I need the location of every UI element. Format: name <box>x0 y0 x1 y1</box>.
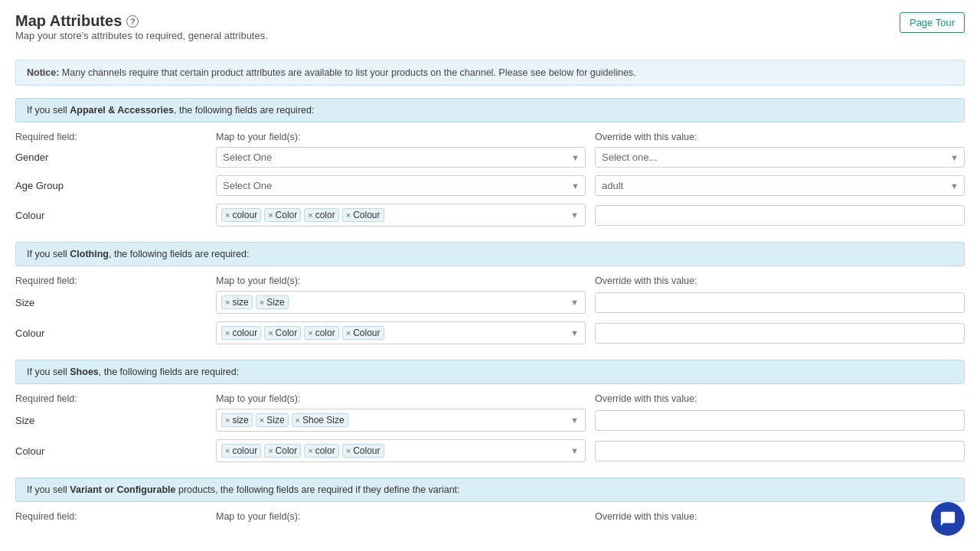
tag-size-s2: × Size <box>256 413 289 427</box>
col-override-shoes: Override with this value: <box>595 393 965 404</box>
tag-colour-c2: × Color <box>264 326 301 340</box>
tag-colour-c1: × colour <box>221 326 261 340</box>
colour-clothing-map-multiselect[interactable]: × colour × Color × color × Colour ▼ <box>216 321 586 344</box>
tag-x-size-2[interactable]: × <box>260 298 264 307</box>
age-group-map-select-wrapper: Select One ▼ <box>216 175 586 196</box>
colour-shoes-map-arrow: ▼ <box>570 446 579 455</box>
row-size-shoes: Size × size × Size × Shoe Size ▼ <box>15 409 965 432</box>
tag-x-colour-c3[interactable]: × <box>308 329 312 337</box>
section-shoes: If you sell Shoes, the following fields … <box>15 360 965 462</box>
page-subtitle: Map your store's attributes to required,… <box>15 30 268 41</box>
tag-x-colour-2[interactable]: × <box>268 211 273 220</box>
section-bold-clothing: Clothing <box>70 249 109 259</box>
tag-size-s1: × size <box>221 413 253 427</box>
title-text: Map Attributes <box>15 12 122 30</box>
size-shoes-map-arrow: ▼ <box>570 416 579 425</box>
field-label-size-clothing: Size <box>15 297 207 308</box>
colour-shoes-map-multiselect[interactable]: × colour × Color × color × Colour ▼ <box>216 439 586 462</box>
colour-shoes-override-input[interactable] <box>595 441 965 461</box>
row-colour-clothing: Colour × colour × Color × color × Colour… <box>15 321 965 344</box>
tag-x-colour-1[interactable]: × <box>225 211 230 220</box>
column-headers-shoes: Required field: Map to your field(s): Ov… <box>15 393 965 404</box>
age-group-override-wrapper: adult ▼ <box>595 175 965 196</box>
field-label-colour-apparel: Colour <box>15 210 207 221</box>
tag-x-colour-3[interactable]: × <box>308 211 312 220</box>
tag-x-colour-sh4[interactable]: × <box>346 447 351 455</box>
column-headers-clothing: Required field: Map to your field(s): Ov… <box>15 276 965 286</box>
chat-icon <box>939 510 956 527</box>
tag-x-colour-sh3[interactable]: × <box>308 447 312 455</box>
tag-colour-4: × Colour <box>342 208 384 222</box>
colour-apparel-map-multiselect[interactable]: × colour × Color × color × Colour ▼ <box>216 204 586 227</box>
col-required-clothing: Required field: <box>15 276 207 286</box>
page-title: Map Attributes ? <box>15 12 268 30</box>
size-clothing-override-input[interactable] <box>595 292 965 313</box>
col-map-apparel: Map to your field(s): <box>216 132 586 142</box>
tag-x-colour-c4[interactable]: × <box>346 329 351 337</box>
tag-x-size-s2[interactable]: × <box>260 416 264 425</box>
tag-colour-sh4: × Colour <box>342 444 384 458</box>
field-label-age-group: Age Group <box>15 180 207 191</box>
tag-colour-c4: × Colour <box>342 326 384 340</box>
section-variant: If you sell Variant or Configurable prod… <box>15 478 965 522</box>
tag-colour-1: × colour <box>221 208 261 222</box>
tag-x-colour-c1[interactable]: × <box>225 329 230 337</box>
row-colour-shoes: Colour × colour × Color × color × Colour… <box>15 439 965 462</box>
tag-x-shoe-size[interactable]: × <box>296 416 300 425</box>
notice-box: Notice: Many channels require that certa… <box>15 60 965 86</box>
age-group-override-select[interactable]: adult <box>595 175 965 196</box>
gender-override-select[interactable]: Select one... <box>595 147 965 168</box>
size-shoes-map-multiselect[interactable]: × size × Size × Shoe Size ▼ <box>216 409 586 432</box>
tag-x-colour-4[interactable]: × <box>346 211 351 220</box>
tag-size-2: × Size <box>256 295 289 309</box>
field-label-colour-clothing: Colour <box>15 328 207 339</box>
tag-x-colour-c2[interactable]: × <box>268 329 273 337</box>
tag-x-colour-sh2[interactable]: × <box>268 447 273 455</box>
colour-clothing-override-input[interactable] <box>595 323 965 344</box>
help-icon[interactable]: ? <box>126 15 139 28</box>
tag-x-size-s1[interactable]: × <box>225 416 230 425</box>
section-bold-apparel: Apparel & Accessories <box>70 105 174 116</box>
col-override-apparel: Override with this value: <box>595 132 965 142</box>
section-header-variant: If you sell Variant or Configurable prod… <box>15 478 965 502</box>
tag-size-1: × size <box>221 295 253 309</box>
field-label-size-shoes: Size <box>15 415 207 426</box>
tag-x-size-1[interactable]: × <box>225 298 230 307</box>
size-clothing-map-multiselect[interactable]: × size × Size ▼ <box>216 291 586 314</box>
col-override-clothing: Override with this value: <box>595 276 965 286</box>
section-header-shoes: If you sell Shoes, the following fields … <box>15 360 965 384</box>
gender-map-select[interactable]: Select One <box>216 147 586 168</box>
section-apparel: If you sell Apparel & Accessories, the f… <box>15 98 965 227</box>
size-shoes-override-input[interactable] <box>595 410 965 431</box>
chat-button[interactable] <box>931 502 965 536</box>
gender-map-select-wrapper: Select One ▼ <box>216 147 586 168</box>
tag-colour-sh3: × color <box>304 444 338 458</box>
notice-text: Many channels require that certain produ… <box>59 67 635 78</box>
tag-colour-sh1: × colour <box>221 444 261 458</box>
tag-x-colour-sh1[interactable]: × <box>225 447 230 455</box>
age-group-map-select[interactable]: Select One <box>216 175 586 196</box>
row-colour-apparel: Colour × colour × Color × color × Colour… <box>15 204 965 227</box>
row-size-clothing: Size × size × Size ▼ <box>15 291 965 314</box>
page-tour-button[interactable]: Page Tour <box>900 12 965 33</box>
col-required-variant: Required field: <box>15 511 207 522</box>
section-header-clothing: If you sell Clothing, the following fiel… <box>15 242 965 266</box>
col-map-clothing: Map to your field(s): <box>216 276 586 286</box>
section-bold-shoes: Shoes <box>70 367 99 377</box>
tag-colour-3: × color <box>304 208 338 222</box>
tag-colour-c3: × color <box>304 326 338 340</box>
column-headers-variant: Required field: Map to your field(s): Ov… <box>15 511 965 522</box>
tag-shoe-size: × Shoe Size <box>292 413 348 427</box>
section-clothing: If you sell Clothing, the following fiel… <box>15 242 965 344</box>
col-map-variant: Map to your field(s): <box>216 511 586 522</box>
gender-override-wrapper: Select one... ▼ <box>595 147 965 168</box>
colour-apparel-override-input[interactable] <box>595 205 965 226</box>
col-required-shoes: Required field: <box>15 393 207 404</box>
field-label-colour-shoes: Colour <box>15 445 207 457</box>
col-map-shoes: Map to your field(s): <box>216 393 586 404</box>
row-age-group: Age Group Select One ▼ adult ▼ <box>15 175 965 196</box>
section-header-apparel: If you sell Apparel & Accessories, the f… <box>15 98 965 122</box>
tag-colour-2: × Color <box>264 208 301 222</box>
notice-label: Notice: <box>27 67 59 78</box>
column-headers-apparel: Required field: Map to your field(s): Ov… <box>15 132 965 142</box>
